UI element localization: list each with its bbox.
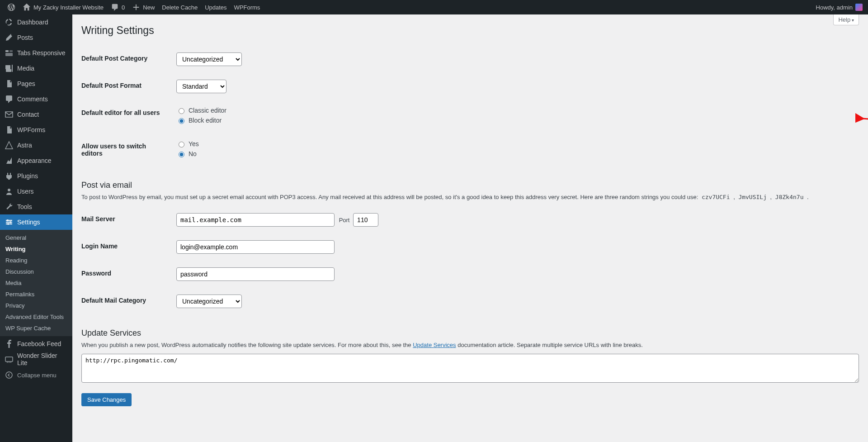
sidebar-item-wonder-slider-lite[interactable]: Wonder Slider Lite: [0, 352, 72, 367]
label-default-mail-category: Default Mail Category: [81, 288, 172, 315]
submenu-item-advanced-editor-tools[interactable]: Advanced Editor Tools: [0, 311, 72, 323]
sidebar-item-comments[interactable]: Comments: [0, 91, 72, 107]
sidebar-item-label: Users: [17, 188, 34, 195]
submenu-item-writing[interactable]: Writing: [0, 243, 72, 255]
plus-icon: [132, 3, 140, 11]
radio-block-editor[interactable]: [179, 118, 184, 124]
new-content[interactable]: New: [128, 0, 158, 14]
sidebar-item-label: Plugins: [17, 172, 38, 180]
input-login-name[interactable]: [176, 240, 335, 254]
save-changes-button[interactable]: Save Changes: [81, 393, 132, 406]
select-default-mail-category[interactable]: Uncategorized: [176, 295, 242, 308]
toolbar-delete-cache[interactable]: Delete Cache: [158, 0, 201, 14]
dashboard-icon: [5, 18, 14, 27]
sidebar-item-label: Media: [17, 65, 34, 72]
svg-point-14: [6, 372, 12, 378]
submenu-item-privacy[interactable]: Privacy: [0, 300, 72, 311]
collapse-label: Collapse menu: [17, 372, 57, 379]
textarea-ping-services[interactable]: [81, 354, 859, 383]
page-title: Writing Settings: [81, 24, 859, 37]
site-name-link[interactable]: My Zacky Installer Website: [19, 0, 107, 14]
section-update-services: Update Services: [81, 328, 859, 338]
submenu-item-wp-super-cache[interactable]: WP Super Cache: [0, 323, 72, 334]
submenu-item-media[interactable]: Media: [0, 277, 72, 289]
submenu-item-permalinks[interactable]: Permalinks: [0, 289, 72, 300]
radio-switch-yes[interactable]: [179, 142, 184, 147]
avatar: [855, 4, 863, 11]
svg-point-13: [10, 362, 11, 363]
sidebar-item-facebook-feed[interactable]: Facebook Feed: [0, 336, 72, 352]
select-default-category[interactable]: Uncategorized: [176, 52, 242, 66]
howdy-text: Howdy, admin: [816, 4, 853, 11]
input-port[interactable]: [353, 213, 378, 227]
svg-point-8: [9, 221, 11, 223]
sidebar-item-appearance[interactable]: Appearance: [0, 153, 72, 168]
sidebar-item-dashboard[interactable]: Dashboard: [0, 14, 72, 30]
svg-point-9: [7, 223, 9, 225]
random-string-3: J8Zk4n7u: [774, 193, 806, 201]
submenu-item-discussion[interactable]: Discussion: [0, 266, 72, 277]
page-icon: [5, 79, 14, 88]
radio-row-yes[interactable]: Yes: [176, 140, 854, 147]
sidebar-item-label: Pages: [17, 80, 35, 87]
speech-bubble-icon: [111, 3, 119, 11]
home-icon: [23, 3, 31, 11]
toolbar-updates[interactable]: Updates: [201, 0, 230, 14]
section-post-via-email: Post via email: [81, 181, 859, 190]
wp-logo[interactable]: [4, 0, 19, 14]
toolbar-wpforms[interactable]: WPForms: [231, 0, 264, 14]
sidebar-item-label: Facebook Feed: [17, 340, 61, 347]
label-default-editor: Default editor for all users: [81, 100, 172, 133]
input-password[interactable]: [176, 267, 335, 281]
radio-row-block[interactable]: Block editor: [176, 117, 854, 124]
admin-toolbar: My Zacky Installer Website 0 New Delete …: [0, 0, 868, 14]
svg-point-3: [8, 189, 10, 191]
account-menu[interactable]: Howdy, admin: [816, 4, 864, 11]
radio-switch-no[interactable]: [179, 152, 184, 157]
label-password: Password: [81, 261, 172, 288]
admin-sidebar: DashboardPostsTabs ResponsiveMediaPagesC…: [0, 14, 72, 442]
svg-point-12: [9, 362, 9, 363]
collapse-menu[interactable]: Collapse menu: [0, 367, 72, 383]
sidebar-item-tools[interactable]: Tools: [0, 199, 72, 214]
page-icon: [5, 125, 14, 134]
settings-submenu: GeneralWritingReadingDiscussionMediaPerm…: [0, 230, 72, 336]
tools-icon: [5, 202, 14, 211]
update-services-link[interactable]: Update Services: [413, 342, 456, 348]
settings-icon: [5, 218, 14, 227]
collapse-icon: [5, 371, 14, 380]
label-default-category: Default Post Category: [81, 46, 172, 73]
sidebar-item-tabs-responsive[interactable]: Tabs Responsive: [0, 45, 72, 61]
sidebar-item-pages[interactable]: Pages: [0, 76, 72, 91]
tabs-icon: [5, 48, 14, 57]
sidebar-item-label: Dashboard: [17, 19, 48, 26]
media-icon: [5, 64, 14, 73]
post-via-email-desc: To post to WordPress by email, you must …: [81, 193, 859, 202]
radio-classic-editor[interactable]: [179, 108, 184, 114]
sidebar-item-settings[interactable]: Settings: [0, 214, 72, 230]
help-tab[interactable]: Help: [833, 14, 859, 25]
sidebar-item-media[interactable]: Media: [0, 61, 72, 76]
select-default-format[interactable]: Standard: [176, 80, 226, 93]
comments-bubble[interactable]: 0: [107, 0, 128, 14]
random-string-1: czv7UCFi: [700, 193, 732, 201]
submenu-item-reading[interactable]: Reading: [0, 255, 72, 266]
astra-icon: [5, 141, 14, 150]
sidebar-item-users[interactable]: Users: [0, 184, 72, 199]
wordpress-icon: [7, 3, 15, 11]
sidebar-item-contact[interactable]: Contact: [0, 107, 72, 122]
site-name: My Zacky Installer Website: [33, 4, 104, 11]
radio-row-classic[interactable]: Classic editor: [176, 107, 854, 114]
submenu-item-general[interactable]: General: [0, 232, 72, 243]
svg-rect-1: [9, 50, 13, 52]
sidebar-item-label: Comments: [17, 95, 48, 103]
sidebar-item-posts[interactable]: Posts: [0, 30, 72, 45]
sidebar-item-plugins[interactable]: Plugins: [0, 168, 72, 184]
radio-row-no[interactable]: No: [176, 150, 854, 157]
users-icon: [5, 187, 14, 196]
input-mail-server[interactable]: [176, 213, 335, 227]
sidebar-item-astra[interactable]: Astra: [0, 138, 72, 153]
sidebar-item-label: Astra: [17, 142, 32, 149]
sidebar-item-wpforms[interactable]: WPForms: [0, 122, 72, 138]
svg-rect-2: [5, 53, 13, 56]
